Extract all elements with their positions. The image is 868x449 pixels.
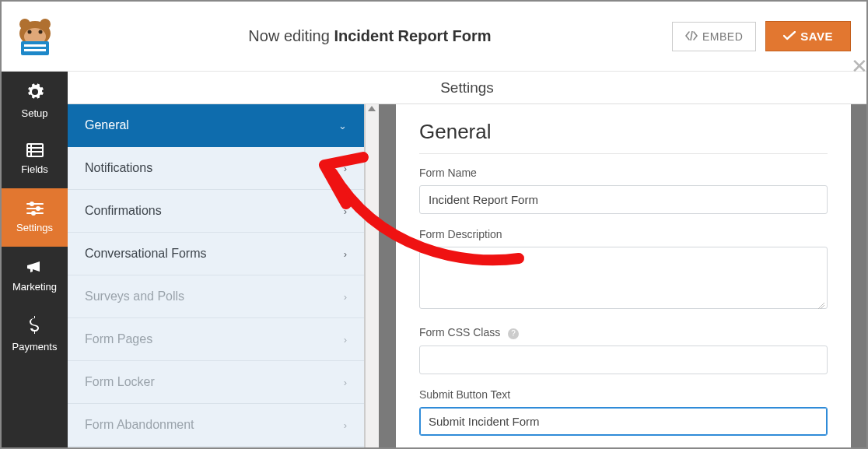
save-button-label: SAVE xyxy=(800,30,833,43)
svg-rect-6 xyxy=(21,41,49,55)
svg-point-5 xyxy=(38,30,42,33)
chevron-right-icon: › xyxy=(344,334,347,346)
panel-row-label: General xyxy=(85,118,129,132)
panel-row-label: Surveys and Polls xyxy=(85,289,184,303)
form-name-input[interactable] xyxy=(419,185,828,214)
panel-row-form-pages[interactable]: Form Pages › xyxy=(68,318,364,361)
panel-row-surveys-polls[interactable]: Surveys and Polls › xyxy=(68,275,364,318)
mascot-icon xyxy=(13,15,57,58)
panel-row-label: Form Pages xyxy=(85,332,152,346)
svg-point-18 xyxy=(32,212,35,215)
panel-row-label: Notifications xyxy=(85,161,152,175)
form-card: General Form Name Form Description Fo xyxy=(396,104,851,447)
dollar-icon xyxy=(29,316,41,338)
left-rail: Setup Fields Settings Marketing Payments xyxy=(2,72,68,447)
rail-label: Fields xyxy=(21,163,48,175)
settings-panel: General ⌄ Notifications › Confirmations … xyxy=(68,104,365,447)
panel-row-form-abandonment[interactable]: Form Abandonment › xyxy=(68,404,364,447)
list-icon xyxy=(26,143,44,160)
form-description-input[interactable] xyxy=(419,247,828,309)
rail-item-fields[interactable]: Fields xyxy=(2,130,68,188)
bullhorn-icon xyxy=(26,259,44,278)
form-css-label: Form CSS Class ? xyxy=(419,326,828,339)
panel-row-label: Form Locker xyxy=(85,375,155,389)
panel-row-conversational-forms[interactable]: Conversational Forms › xyxy=(68,233,364,275)
panel-row-label: Confirmations xyxy=(85,204,162,218)
panel-row-form-locker[interactable]: Form Locker › xyxy=(68,361,364,404)
svg-rect-9 xyxy=(27,144,43,156)
panel-row-label: Conversational Forms xyxy=(85,247,207,261)
chevron-right-icon: › xyxy=(344,377,347,388)
submit-text-input[interactable] xyxy=(419,407,828,436)
svg-point-14 xyxy=(30,202,33,205)
rail-item-payments[interactable]: Payments xyxy=(2,305,68,363)
top-actions: EMBED SAVE xyxy=(672,21,851,51)
svg-point-4 xyxy=(27,30,31,33)
panel-row-confirmations[interactable]: Confirmations › xyxy=(68,190,364,233)
help-icon[interactable]: ? xyxy=(508,328,519,339)
app-logo xyxy=(2,2,68,72)
rail-label: Marketing xyxy=(12,281,57,293)
svg-point-16 xyxy=(37,207,40,210)
form-name-label: Form Name xyxy=(419,167,828,179)
submit-text-label: Submit Button Text xyxy=(419,388,828,401)
check-icon xyxy=(783,30,796,43)
form-card-heading: General xyxy=(419,120,828,154)
chevron-right-icon: › xyxy=(344,163,347,174)
panel-row-notifications[interactable]: Notifications › xyxy=(68,147,364,190)
svg-rect-7 xyxy=(24,44,46,47)
panel-row-general[interactable]: General ⌄ xyxy=(68,104,364,147)
now-editing-title: Now editing Incident Report Form xyxy=(68,27,672,45)
chevron-right-icon: › xyxy=(344,419,347,431)
chevron-right-icon: › xyxy=(344,248,347,260)
save-button[interactable]: SAVE xyxy=(765,21,851,51)
now-editing-prefix: Now editing xyxy=(248,27,334,44)
panel-scrollbar[interactable] xyxy=(365,104,379,447)
form-css-input[interactable] xyxy=(419,346,828,374)
form-title-text: Incident Report Form xyxy=(334,27,491,44)
top-bar: Now editing Incident Report Form EMBED S… xyxy=(2,2,866,72)
form-description-label: Form Description xyxy=(419,228,828,240)
panel-row-label: Form Abandonment xyxy=(85,418,194,432)
rail-item-marketing[interactable]: Marketing xyxy=(2,247,68,305)
rail-label: Setup xyxy=(22,107,48,119)
gear-icon xyxy=(26,82,44,104)
embed-button-label: EMBED xyxy=(702,30,743,43)
embed-button[interactable]: EMBED xyxy=(672,22,756,51)
code-icon xyxy=(685,30,698,43)
rail-item-settings[interactable]: Settings xyxy=(2,188,68,247)
chevron-right-icon: › xyxy=(344,291,347,303)
svg-rect-8 xyxy=(24,49,46,51)
rail-label: Settings xyxy=(16,222,53,233)
sliders-icon xyxy=(26,202,44,219)
settings-heading-text: Settings xyxy=(440,79,494,96)
rail-label: Payments xyxy=(12,341,58,353)
form-css-label-text: Form CSS Class xyxy=(419,326,500,339)
chevron-down-icon: ⌄ xyxy=(338,120,347,132)
rail-item-setup[interactable]: Setup xyxy=(2,72,68,130)
chevron-right-icon: › xyxy=(344,205,347,217)
settings-heading: Settings xyxy=(68,72,866,104)
